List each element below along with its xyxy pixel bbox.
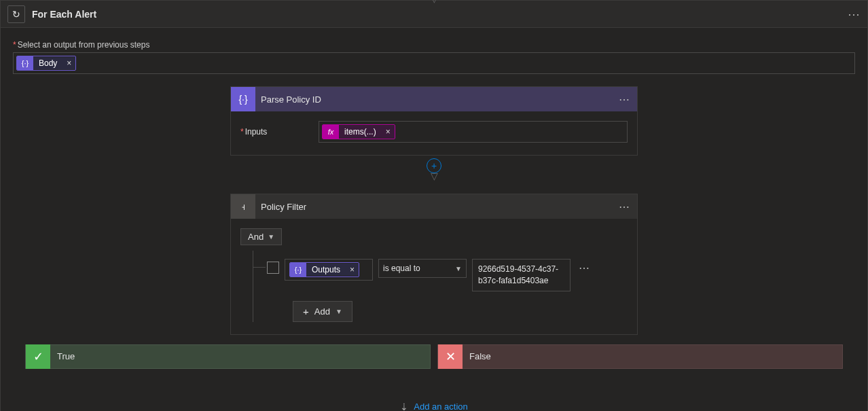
policy-filter-header[interactable]: ⫞ Policy Filter ⋯: [231, 194, 637, 219]
condition-branch: {·} Outputs × is equal to ▼ 9266d519-45: [253, 251, 628, 322]
add-action-link[interactable]: ⇣ Add an action: [13, 401, 855, 411]
parse-policy-body: Inputs fx items(...) ×: [231, 111, 637, 155]
insert-icon: ⇣: [400, 401, 408, 411]
body-token[interactable]: {·} Body ×: [16, 56, 76, 71]
parse-policy-card: {·} Parse Policy ID ⋯ Inputs fx items(..…: [230, 86, 638, 156]
outputs-token-remove[interactable]: ×: [346, 264, 359, 276]
code-icon: {·}: [231, 87, 255, 111]
true-label: True: [50, 351, 75, 361]
condition-left-operand[interactable]: {·} Outputs ×: [285, 259, 373, 281]
policy-filter-menu-icon[interactable]: ⋯: [612, 200, 637, 213]
loop-icon: ↻: [7, 5, 25, 23]
condition-row: {·} Outputs × is equal to ▼ 9266d519-45: [267, 259, 628, 291]
body-token-remove[interactable]: ×: [62, 57, 75, 69]
chevron-down-icon: ▼: [455, 265, 462, 272]
connector: + ▽: [13, 158, 855, 181]
for-each-title: For Each Alert: [32, 9, 848, 20]
code-icon: {·}: [290, 263, 306, 276]
inputs-label: Inputs: [240, 127, 319, 137]
fx-items-token[interactable]: fx items(...) ×: [322, 124, 395, 139]
false-branch[interactable]: ✕ False: [437, 344, 843, 369]
outputs-token[interactable]: {·} Outputs ×: [289, 262, 359, 277]
outputs-token-label: Outputs: [306, 264, 346, 276]
condition-row-menu[interactable]: ⋯: [576, 259, 593, 277]
condition-checkbox[interactable]: [267, 262, 279, 274]
inputs-row: Inputs fx items(...) ×: [240, 121, 628, 143]
for-each-menu-icon[interactable]: ⋯: [848, 7, 861, 22]
for-each-header[interactable]: ↻ For Each Alert ⋯: [1, 1, 867, 28]
chevron-down-icon: ▼: [336, 308, 342, 315]
true-branch[interactable]: ✓ True: [25, 344, 431, 369]
fx-token-label: items(...): [339, 126, 382, 138]
condition-icon: ⫞: [231, 194, 255, 219]
parse-policy-header[interactable]: {·} Parse Policy ID ⋯: [231, 87, 637, 111]
policy-filter-card: ⫞ Policy Filter ⋯ And ▼ {·}: [230, 194, 638, 335]
condition-value-input[interactable]: 9266d519-4537-4c37- b37c-fafa1d5403ae: [472, 259, 571, 291]
branches-row: ✓ True ✕ False: [25, 344, 843, 369]
chevron-down-icon: ▼: [268, 233, 274, 240]
policy-filter-title: Policy Filter: [255, 202, 612, 212]
operator-dropdown[interactable]: is equal to ▼: [378, 259, 467, 278]
inputs-input[interactable]: fx items(...) ×: [319, 121, 628, 143]
value-line1: 9266d519-4537-4c37-: [478, 264, 558, 275]
code-icon: {·}: [17, 56, 33, 70]
for-each-card: ↻ For Each Alert ⋯ Select an output from…: [0, 0, 868, 411]
arrow-down-icon: ▽: [431, 171, 438, 181]
policy-filter-body: And ▼ {·} Outputs ×: [231, 219, 637, 334]
select-output-input[interactable]: {·} Body ×: [13, 52, 855, 74]
operator-label: is equal to: [383, 264, 420, 273]
check-icon: ✓: [26, 344, 50, 369]
value-line2: b37c-fafa1d5403ae: [478, 275, 548, 287]
add-label: Add: [314, 306, 330, 317]
for-each-body: Select an output from previous steps {·}…: [1, 28, 867, 411]
select-output-label: Select an output from previous steps: [13, 40, 855, 50]
and-dropdown[interactable]: And ▼: [240, 228, 282, 245]
parse-policy-menu-icon[interactable]: ⋯: [612, 93, 637, 106]
add-condition-button[interactable]: + Add ▼: [293, 301, 352, 322]
condition-tree: {·} Outputs × is equal to ▼ 9266d519-45: [240, 251, 628, 322]
false-label: False: [463, 351, 491, 361]
body-token-label: Body: [33, 57, 62, 69]
fx-icon: fx: [323, 125, 339, 139]
fx-token-remove[interactable]: ×: [382, 126, 395, 138]
add-action-label: Add an action: [414, 401, 468, 411]
close-icon: ✕: [438, 344, 463, 369]
plus-icon: +: [303, 306, 309, 317]
and-label: And: [248, 232, 264, 242]
parse-policy-title: Parse Policy ID: [255, 94, 612, 105]
